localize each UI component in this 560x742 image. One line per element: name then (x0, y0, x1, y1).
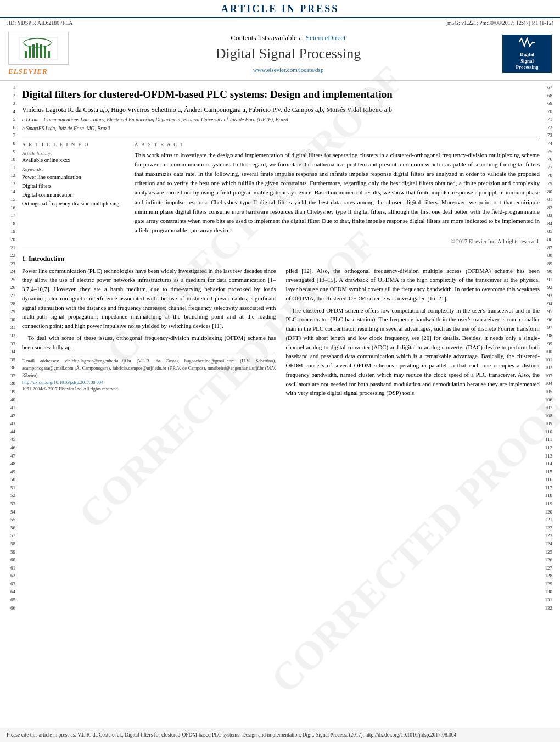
affiliation-2: b SmartES Ltda, Juiz de Fora, MG, Brazil (22, 125, 540, 132)
authors-text: Vinícius Lagrota R. da Costa a,b, Hugo V… (22, 106, 392, 114)
keyword-3: Digital communication (22, 191, 124, 199)
journal-url: www.elsevier.com/locate/dsp (85, 65, 491, 74)
meta-line: JID: YDSP R AID:2180 /FLA [m5G; v1.221; … (0, 18, 560, 27)
abstract-heading: A B S T R A C T (135, 142, 540, 147)
meta-left: JID: YDSP R AID:2180 /FLA (7, 20, 72, 26)
article-info-heading: A R T I C L E I N F O (22, 142, 124, 147)
svg-rect-6 (44, 47, 46, 58)
line-numbers-left: 1 2 3 4 5 6 7 8 9 10 11 12 13 14 15 16 1… (5, 81, 18, 612)
journal-header: ELSEVIER Contents lists available at Sci… (0, 27, 560, 81)
dsp-wave-icon (519, 37, 535, 48)
banner-text: ARTICLE IN PRESS (221, 3, 339, 14)
abstract-column: A B S T R A C T This work aims to invest… (135, 142, 540, 244)
svg-rect-5 (40, 44, 42, 58)
abstract-text: This work aims to investigate the design… (135, 150, 540, 235)
elsevier-brand-text: ELSEVIER (8, 67, 74, 76)
body-text-left: Power line communication (PLC) technolog… (22, 266, 276, 352)
doi-footnote: http://dx.doi.org/10.1016/j.dsp.2017.08.… (22, 379, 276, 386)
separator (22, 137, 540, 137)
issn-footnote: 1051-2004/© 2017 Elsevier Inc. All right… (22, 386, 276, 393)
affiliation-1: a LCom – Communications Laboratory, Elec… (22, 116, 540, 124)
body-col-left: Power line communication (PLC) technolog… (22, 266, 276, 400)
footnotes: E-mail addresses: vinicius.lagrota@engen… (22, 355, 276, 393)
doi-link[interactable]: http://dx.doi.org/10.1016/j.dsp.2017.08.… (22, 380, 103, 385)
available-online: Available online xxxx (22, 157, 124, 163)
main-content: Digital filters for clustered-OFDM-based… (18, 81, 542, 612)
journal-title: Digital Signal Processing (85, 46, 491, 62)
citation-text: Please cite this article in press as: V.… (7, 732, 456, 738)
dsp-logo-text: Digital Signal Processing (516, 52, 539, 71)
separator-2 (22, 250, 540, 250)
journal-center: Contents lists available at ScienceDirec… (74, 34, 502, 74)
body-two-column: Power line communication (PLC) technolog… (22, 266, 540, 400)
email-footnote: E-mail addresses: vinicius.lagrota@engen… (22, 358, 276, 378)
info-abstract-section: A R T I C L E I N F O Article history: A… (22, 142, 540, 244)
meta-right: [m5G; v1.221; Pm:30/08/2017; 12:47] P.1 … (446, 20, 553, 26)
journal-logo-right: Digital Signal Processing (502, 35, 552, 73)
svg-rect-4 (36, 43, 38, 58)
history-label: Article history: (22, 150, 124, 156)
svg-rect-2 (29, 47, 31, 58)
keyword-1: Power line communication (22, 173, 124, 182)
svg-rect-7 (48, 51, 50, 58)
authors: Vinícius Lagrota R. da Costa a,b, Hugo V… (22, 106, 540, 114)
article-info-column: A R T I C L E I N F O Article history: A… (22, 142, 124, 244)
sciencedirect-text: Contents lists available at ScienceDirec… (85, 34, 491, 42)
svg-rect-3 (32, 44, 35, 58)
citation-bar: Please cite this article in press as: V.… (0, 728, 560, 742)
keyword-2: Digital filters (22, 182, 124, 191)
keyword-4: Orthogonal frequency-division multiplexi… (22, 199, 124, 208)
elsevier-logo-area: ELSEVIER (8, 32, 74, 76)
dsp-logo-icon (519, 37, 535, 51)
article-title: Digital filters for clustered-OFDM-based… (22, 88, 540, 102)
body-col-right: plied [12]. Also, the orthogonal frequen… (286, 266, 540, 400)
article-in-press-banner: ARTICLE IN PRESS (0, 0, 560, 18)
keywords-label: Keywords: (22, 166, 124, 172)
elsevier-logo-image (8, 32, 69, 65)
journal-url-link[interactable]: www.elsevier.com/locate/dsp (253, 66, 324, 73)
copyright: © 2017 Elsevier Inc. All rights reserved… (135, 238, 540, 244)
sciencedirect-link[interactable]: ScienceDirect (306, 34, 346, 42)
introduction-heading: 1. Introduction (22, 255, 540, 263)
content-area: 1 2 3 4 5 6 7 8 9 10 11 12 13 14 15 16 1… (0, 81, 560, 612)
line-numbers-right: 67 68 69 70 71 72 73 74 75 76 77 78 79 8… (542, 81, 555, 612)
svg-rect-1 (25, 51, 27, 58)
elsevier-svg (16, 35, 60, 62)
body-text-right: plied [12]. Also, the orthogonal frequen… (286, 266, 540, 398)
